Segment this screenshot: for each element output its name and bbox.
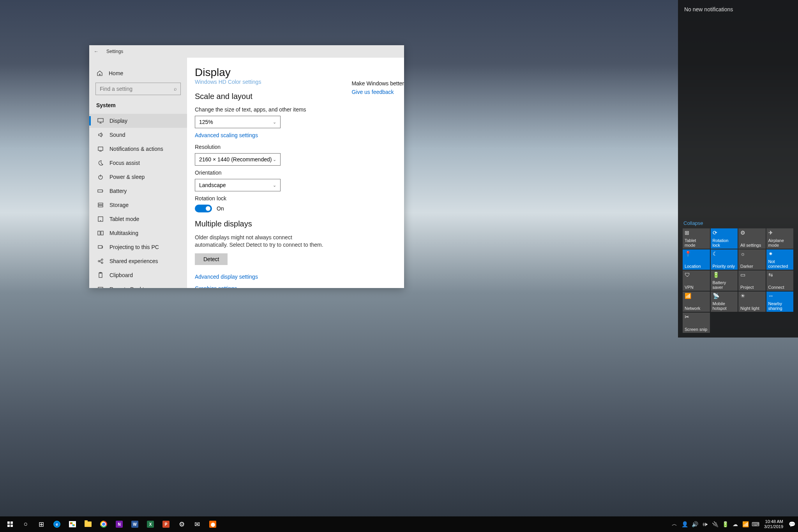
tray-keyboard-icon[interactable]: ⌨	[751, 516, 760, 532]
tile-icon: ☼	[740, 251, 764, 257]
tile-label: Network	[685, 306, 708, 311]
word-app[interactable]: W	[127, 516, 143, 532]
onenote-app[interactable]: N	[111, 516, 127, 532]
tile-icon: 📶	[685, 293, 708, 299]
advanced-scaling-link[interactable]: Advanced scaling settings	[195, 132, 396, 138]
ac-tile-night-light[interactable]: ☀Night light	[738, 292, 766, 312]
advanced-display-link[interactable]: Advanced display settings	[195, 274, 396, 280]
sidebar-item-display[interactable]: Display	[89, 114, 187, 128]
sidebar-item-storage[interactable]: Storage	[89, 198, 187, 212]
ac-tile-priority-only[interactable]: ☾Priority only	[711, 249, 738, 270]
ac-tile-rotation-lock[interactable]: ⟳Rotation lock	[711, 228, 738, 249]
sidebar-item-label: Storage	[109, 202, 129, 208]
ac-tile-network[interactable]: 📶Network	[683, 292, 710, 312]
tile-icon: ⊞	[685, 230, 708, 236]
tile-label: Project	[740, 285, 764, 290]
sidebar: Home ⌕ System DisplaySoundNotifications …	[89, 58, 187, 288]
ac-tile-darker[interactable]: ☼Darker	[738, 249, 766, 270]
tile-label: Mobile hotspot	[713, 301, 736, 311]
tray-onedrive-icon[interactable]: ☁	[731, 516, 740, 532]
sidebar-item-tablet-mode[interactable]: Tablet mode	[89, 212, 187, 226]
ac-tile-mobile-hotspot[interactable]: 📡Mobile hotspot	[711, 292, 738, 312]
project-icon	[97, 244, 104, 250]
clipboard-icon	[97, 272, 104, 278]
tray-volume-icon[interactable]: 🔊	[690, 516, 699, 532]
tray-bluetooth-icon[interactable]: 🕪	[700, 516, 710, 532]
sidebar-item-label: Power & sleep	[109, 174, 145, 180]
clock[interactable]: 10:48 AM 3/21/2019	[761, 519, 786, 529]
sidebar-item-notifications-actions[interactable]: Notifications & actions	[89, 142, 187, 156]
content-pane: Display Windows HD Color settings Scale …	[187, 58, 404, 288]
sidebar-item-remote-desktop[interactable]: Remote Desktop	[89, 282, 187, 288]
ac-tile-connect[interactable]: ⇆Connect	[766, 270, 794, 291]
orientation-combo[interactable]: Landscape ⌄	[195, 179, 281, 191]
ac-tile-vpn[interactable]: 🛡VPN	[683, 270, 710, 291]
store-app[interactable]	[65, 516, 80, 532]
resolution-value: 2160 × 1440 (Recommended)	[199, 156, 272, 163]
chrome-app[interactable]	[96, 516, 111, 532]
sidebar-item-focus-assist[interactable]: Focus assist	[89, 156, 187, 170]
edge-app[interactable]: e	[49, 516, 65, 532]
settings-app[interactable]: ⚙	[174, 516, 189, 532]
back-button[interactable]: ←	[94, 49, 100, 54]
tray-battery-icon[interactable]: 🔋	[720, 516, 730, 532]
ac-tile-project[interactable]: ▭Project	[738, 270, 766, 291]
feedback-link[interactable]: Give us feedback	[351, 89, 404, 95]
ac-tile-not-connected[interactable]: ⁕Not connected	[766, 249, 794, 270]
tile-label: Tablet mode	[685, 238, 708, 247]
tray-people-icon[interactable]: 👤	[680, 516, 689, 532]
rotation-lock-toggle[interactable]	[195, 205, 212, 212]
sidebar-item-power-sleep[interactable]: Power & sleep	[89, 170, 187, 184]
ac-tile-airplane-mode[interactable]: ✈Airplane mode	[766, 228, 794, 249]
excel-app[interactable]: X	[143, 516, 158, 532]
ac-tile-location[interactable]: 📍Location	[683, 249, 710, 270]
sidebar-item-battery[interactable]: Battery	[89, 184, 187, 198]
tile-label: All settings	[740, 243, 764, 247]
powerpoint-app[interactable]: P	[158, 516, 174, 532]
sidebar-item-multitasking[interactable]: Multitasking	[89, 226, 187, 240]
collapse-button[interactable]: Collapse	[678, 220, 798, 228]
sidebar-item-sound[interactable]: Sound	[89, 128, 187, 142]
start-button[interactable]	[2, 516, 18, 532]
sidebar-item-shared-experiences[interactable]: Shared experiences	[89, 254, 187, 268]
svg-rect-10	[98, 246, 102, 248]
rotation-lock-label: Rotation lock	[195, 195, 396, 201]
svg-rect-16	[98, 287, 103, 288]
text-size-label: Change the size of text, apps, and other…	[195, 106, 396, 113]
home-button[interactable]: Home	[89, 66, 187, 80]
search-input[interactable]	[95, 83, 181, 95]
sidebar-item-label: Sound	[109, 132, 125, 138]
resolution-combo[interactable]: 2160 × 1440 (Recommended) ⌄	[195, 153, 281, 166]
sidebar-item-projecting-to-this-pc[interactable]: Projecting to this PC	[89, 240, 187, 254]
settings-window: ← Settings Home ⌕ System DisplaySoundNot…	[89, 45, 404, 288]
tray-chevron-icon[interactable]: ︿	[670, 516, 679, 532]
ac-tile-screen-snip[interactable]: ✂Screen snip	[683, 313, 710, 333]
mail-app[interactable]: ✉	[189, 516, 205, 532]
ac-tile-tablet-mode[interactable]: ⊞Tablet mode	[683, 228, 710, 249]
cortana-button[interactable]: ○	[18, 516, 34, 532]
sidebar-group-label: System	[89, 99, 187, 114]
tray-power-icon[interactable]: 🔌	[710, 516, 720, 532]
detect-button[interactable]: Detect	[195, 253, 228, 265]
graphics-settings-link[interactable]: Graphics settings	[195, 285, 396, 288]
sidebar-item-label: Remote Desktop	[109, 286, 150, 288]
tray-wifi-icon[interactable]: 📶	[741, 516, 750, 532]
ac-tile-all-settings[interactable]: ⚙All settings	[738, 228, 766, 249]
svg-point-12	[101, 259, 103, 260]
action-center-button[interactable]: 💬	[787, 516, 796, 532]
moon-icon	[97, 160, 104, 166]
sidebar-item-clipboard[interactable]: Clipboard	[89, 268, 187, 282]
sidebar-item-label: Focus assist	[109, 160, 140, 166]
ac-tile-nearby-sharing[interactable]: ↔Nearby sharing	[766, 292, 794, 312]
snagit-app[interactable]: ⬤	[205, 516, 221, 532]
ac-tile-battery-saver[interactable]: 🔋Battery saver	[711, 270, 738, 291]
svg-point-13	[101, 262, 103, 263]
task-view-button[interactable]: ⊞	[34, 516, 49, 532]
explorer-app[interactable]	[80, 516, 96, 532]
action-center: No new notifications Collapse ⊞Tablet mo…	[678, 0, 798, 338]
share-icon	[97, 258, 104, 264]
text-size-combo[interactable]: 125% ⌄	[195, 116, 281, 128]
tile-label: Nearby sharing	[768, 301, 792, 311]
tile-label: Night light	[740, 306, 764, 311]
tile-label: Battery saver	[713, 280, 736, 290]
